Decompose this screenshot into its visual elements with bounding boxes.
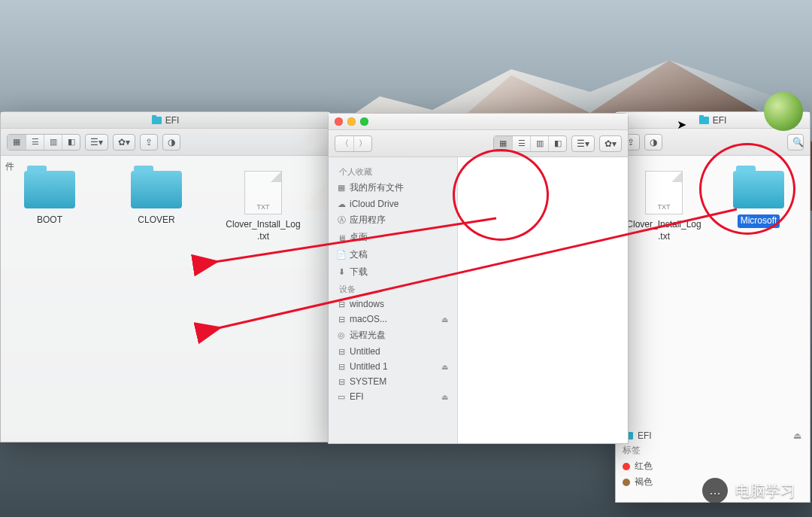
sidebar-item[interactable]: ▭EFI⏏ xyxy=(329,389,457,404)
item-label: Clover_Install_Log .txt xyxy=(226,219,300,242)
finder-window-left[interactable]: EFI ▦ ☰ ▥ ◧ ☰▾ ✿▾ ⇪ ◑ 件 BOOT CLOVER TXT … xyxy=(0,111,331,442)
icon-view-button[interactable]: ▦ xyxy=(8,135,26,150)
view-mode-segmented[interactable]: ▦ ☰ ▥ ◧ xyxy=(7,134,80,151)
toolbar: ⇪ ◑ 🔍 xyxy=(616,129,810,156)
sidebar-item[interactable]: ⬇下载 xyxy=(329,263,457,281)
sidebar-item-label: 下载 xyxy=(350,266,368,278)
icon-view-button[interactable]: ▦ xyxy=(494,136,512,151)
sidebar-item[interactable]: ▦我的所有文件 xyxy=(329,179,457,196)
arrange-button[interactable]: ☰▾ xyxy=(85,134,108,151)
sidebar: 个人收藏 ▦我的所有文件☁iCloud DriveⒶ应用程序🖥桌面📄文稿⬇下载 … xyxy=(329,157,458,443)
folder-icon xyxy=(699,117,709,124)
traffic-lights xyxy=(335,117,368,126)
sidebar-item-icon: ⊟ xyxy=(336,315,347,324)
window-title: EFI xyxy=(165,115,180,126)
sidebar-item-label: 我的所有文件 xyxy=(350,181,404,194)
sidebar-item[interactable]: ◎远程光盘 xyxy=(329,327,457,344)
nav-back-forward[interactable]: 〈 〉 xyxy=(335,135,372,152)
sidebar-item[interactable]: Ⓐ应用程序 xyxy=(329,211,457,229)
coverflow-view-button[interactable]: ◧ xyxy=(62,135,80,150)
tag-color-dot xyxy=(623,463,630,470)
eject-icon[interactable]: ⏏ xyxy=(441,393,448,401)
sidebar-tag-item[interactable]: 红色 xyxy=(618,458,806,474)
zoom-button[interactable] xyxy=(360,117,368,126)
tags-button[interactable]: ◑ xyxy=(162,134,180,151)
sidebar-item-label: macOS... xyxy=(350,314,387,324)
sidebar-tags-header: 标签 xyxy=(618,442,806,458)
action-gear-button[interactable]: ✿▾ xyxy=(113,134,135,151)
sidebar-item-icon: ⊟ xyxy=(336,362,347,372)
icon-view[interactable]: BOOT CLOVER TXT Clover_Install_Log .txt xyxy=(1,156,330,442)
sidebar-item-label: iCloud Drive xyxy=(350,199,398,209)
folder-icon xyxy=(733,171,784,208)
sidebar-item-label: Untitled 1 xyxy=(350,361,388,372)
sidebar-item-icon: Ⓐ xyxy=(336,214,347,226)
sidebar-item[interactable]: ⊟Untitled 1⏏ xyxy=(329,359,457,374)
eject-icon[interactable]: ⏏ xyxy=(793,430,801,441)
forward-button[interactable]: 〉 xyxy=(353,136,371,151)
folder-icon xyxy=(131,171,182,208)
tags-button[interactable]: ◑ xyxy=(644,134,662,151)
sidebar-item-icon: ◎ xyxy=(336,330,347,340)
clover-desktop-icon[interactable] xyxy=(764,92,803,131)
sidebar-devices-header: 设备 xyxy=(329,281,457,297)
finder-window-middle[interactable]: 〈 〉 ▦ ☰ ▥ ◧ ☰▾ ✿▾ 个人收藏 ▦我的所有文件☁iCloud Dr… xyxy=(328,113,629,444)
item-label: Clover_Install_Log .txt xyxy=(626,219,701,242)
sidebar-item-icon: 📄 xyxy=(336,250,347,260)
toolbar: 〈 〉 ▦ ☰ ▥ ◧ ☰▾ ✿▾ xyxy=(329,130,628,157)
titlebar[interactable] xyxy=(329,114,628,130)
sidebar-item-label: windows xyxy=(350,299,384,309)
sidebar-item[interactable]: ⊟windows xyxy=(329,297,457,312)
view-mode-segmented[interactable]: ▦ ☰ ▥ ◧ xyxy=(493,135,567,152)
folder-item[interactable]: CLOVER xyxy=(115,171,198,227)
toolbar: ▦ ☰ ▥ ◧ ☰▾ ✿▾ ⇪ ◑ xyxy=(1,129,330,156)
action-gear-button[interactable]: ✿▾ xyxy=(599,135,622,152)
sidebar-item-label: 应用程序 xyxy=(350,214,386,227)
eject-icon[interactable]: ⏏ xyxy=(441,363,448,371)
list-view-button[interactable]: ☰ xyxy=(26,135,44,150)
close-button[interactable] xyxy=(335,117,343,126)
folder-icon xyxy=(152,117,162,124)
sidebar-item-icon: ⬇ xyxy=(336,267,347,277)
sidebar-item-icon: 🖥 xyxy=(336,233,347,242)
sidebar-item-icon: ⊟ xyxy=(336,300,347,309)
window-title: EFI xyxy=(713,115,727,126)
folder-item-selected[interactable]: Microsoft xyxy=(718,171,799,228)
coverflow-view-button[interactable]: ◧ xyxy=(548,136,566,151)
sidebar-item-icon: ⊟ xyxy=(336,377,347,387)
item-label: BOOT xyxy=(37,214,62,227)
sidebar-item-label: SYSTEM xyxy=(350,376,386,387)
sidebar-item[interactable]: ☁iCloud Drive xyxy=(329,196,457,211)
tag-label: 红色 xyxy=(635,460,653,473)
eject-icon[interactable]: ⏏ xyxy=(441,315,448,324)
titlebar[interactable]: EFI xyxy=(1,112,330,129)
arrange-button[interactable]: ☰▾ xyxy=(571,135,595,152)
watermark-text: 电脑学习 xyxy=(735,481,795,501)
sidebar-item-icon: ▭ xyxy=(336,392,347,402)
txt-file-icon: TXT xyxy=(244,171,282,214)
folder-item[interactable]: BOOT xyxy=(8,171,91,227)
sidebar-item-label: 远程光盘 xyxy=(350,329,386,342)
sidebar-favorites-header: 个人收藏 xyxy=(329,163,457,179)
search-button[interactable]: 🔍 xyxy=(787,134,804,151)
item-label: CLOVER xyxy=(138,214,174,227)
minimize-button[interactable] xyxy=(347,117,356,126)
sidebar-item[interactable]: ⊟SYSTEM xyxy=(329,374,457,389)
item-label: Microsoft xyxy=(738,214,780,228)
tag-label: 褐色 xyxy=(635,476,653,488)
sidebar-item-efi[interactable]: EFI ⏏ xyxy=(618,429,806,442)
file-item[interactable]: TXT Clover_Install_Log .txt xyxy=(222,171,304,242)
sidebar-item[interactable]: ⊟Untitled xyxy=(329,344,457,359)
tag-color-dot xyxy=(623,479,630,486)
list-view-button[interactable]: ☰ xyxy=(512,136,530,151)
sidebar-item[interactable]: 📄文稿 xyxy=(329,246,457,263)
back-button[interactable]: 〈 xyxy=(335,136,353,151)
column-view-button[interactable]: ▥ xyxy=(44,135,62,150)
truncated-sidebar-text: 件 xyxy=(5,160,14,173)
sidebar-item[interactable]: 🖥桌面 xyxy=(329,229,457,246)
sidebar-item-label: 文稿 xyxy=(350,248,368,261)
sidebar-item[interactable]: ⊟macOS...⏏ xyxy=(329,312,457,327)
column-view-button[interactable]: ▥ xyxy=(530,136,548,151)
share-button[interactable]: ⇪ xyxy=(140,134,158,151)
sidebar-item-icon: ☁ xyxy=(336,199,347,209)
